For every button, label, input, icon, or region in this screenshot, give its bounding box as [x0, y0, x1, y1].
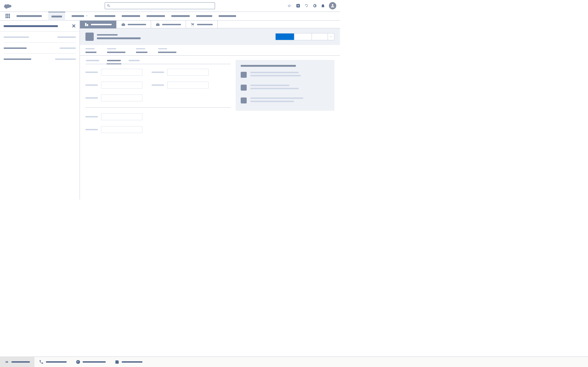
input-0-1[interactable] [167, 69, 208, 76]
app-launcher-button[interactable] [6, 14, 10, 18]
more-actions-button[interactable] [328, 33, 334, 40]
split-view-title [4, 25, 58, 27]
form-field-0-0 [86, 69, 142, 76]
subtab-0[interactable] [86, 60, 100, 64]
global-search[interactable] [105, 2, 215, 9]
split-list-item-1[interactable] [4, 43, 76, 54]
briefcase-icon [121, 23, 125, 27]
setup-gear-button[interactable] [312, 3, 317, 8]
secondary-action-1[interactable] [294, 33, 312, 40]
highlight-field-2 [136, 48, 147, 53]
form-field-2-0 [86, 94, 142, 101]
accounts-icon [85, 23, 89, 27]
form-field-b-0 [86, 113, 142, 120]
nav-item-4[interactable] [122, 12, 140, 20]
split-list-item-0[interactable] [4, 32, 76, 43]
split-list-item-2[interactable] [4, 54, 76, 65]
notifications-button[interactable] [321, 3, 325, 8]
input-b-0[interactable] [101, 113, 142, 120]
workspace-tab-0[interactable] [80, 21, 117, 28]
input-b-1[interactable] [101, 126, 142, 133]
nav-item-8[interactable] [219, 12, 236, 20]
highlight-field-1 [107, 48, 125, 53]
related-panel-title [241, 65, 296, 67]
input-1-0[interactable] [101, 82, 142, 89]
search-icon [107, 4, 111, 8]
nav-item-0[interactable] [17, 12, 42, 20]
split-view-header: ✕ [0, 21, 79, 32]
subtab-1[interactable] [107, 60, 121, 64]
global-actions-button[interactable] [296, 3, 300, 8]
global-search-input[interactable] [112, 4, 213, 7]
app-nav-bar [0, 12, 340, 21]
cart-icon [191, 23, 195, 27]
input-0-0[interactable] [101, 69, 142, 76]
detail-subtabs [86, 60, 231, 64]
workspace-tab-3[interactable] [186, 21, 218, 28]
highlights-panel [80, 45, 340, 56]
user-avatar[interactable] [329, 2, 336, 9]
record-type-label [97, 34, 118, 35]
primary-action-button[interactable] [276, 33, 294, 40]
form-section-divider [86, 107, 231, 108]
nav-item-5[interactable] [147, 12, 165, 20]
related-item-1[interactable] [241, 85, 329, 91]
split-view-panel: ✕ [0, 21, 80, 200]
nav-item-7[interactable] [196, 12, 212, 20]
form-section-2 [86, 113, 231, 133]
nav-item-1[interactable] [48, 12, 65, 20]
record-header [80, 28, 340, 45]
form-field-1-0 [86, 82, 142, 89]
related-item-0[interactable] [241, 72, 329, 78]
nav-item-2[interactable] [72, 12, 88, 20]
form-field-0-1 [152, 69, 208, 76]
record-name [97, 37, 141, 39]
form-field-1-1 [152, 82, 208, 89]
workspace-tab-2[interactable] [151, 21, 186, 28]
global-header [0, 0, 340, 12]
chevron-down-icon [86, 14, 88, 18]
form-section-1 [86, 64, 231, 101]
highlight-field-3 [158, 48, 176, 53]
workspace-tab-1[interactable] [117, 21, 151, 28]
form-field-b-1 [86, 126, 142, 133]
record-action-bar [275, 33, 334, 40]
input-2-0[interactable] [101, 94, 142, 101]
input-1-1[interactable] [167, 82, 208, 89]
related-item-2[interactable] [241, 98, 329, 103]
favorites-button[interactable] [288, 3, 292, 8]
briefcase-icon [156, 23, 160, 27]
related-item-icon [241, 85, 247, 91]
close-split-view-button[interactable]: ✕ [72, 23, 76, 29]
workspace-tabs [80, 21, 340, 28]
salesforce-cloud-logo [4, 2, 13, 9]
help-button[interactable] [304, 3, 309, 8]
secondary-action-2[interactable] [312, 33, 328, 40]
subtab-2[interactable] [128, 60, 140, 64]
nav-item-3[interactable] [95, 12, 115, 20]
related-panel [236, 60, 334, 111]
nav-item-6[interactable] [171, 12, 190, 20]
record-entity-icon [86, 33, 94, 41]
related-item-icon [241, 72, 247, 78]
caret-down-icon [330, 35, 332, 38]
highlight-field-0 [86, 48, 96, 53]
related-item-icon [241, 98, 247, 103]
